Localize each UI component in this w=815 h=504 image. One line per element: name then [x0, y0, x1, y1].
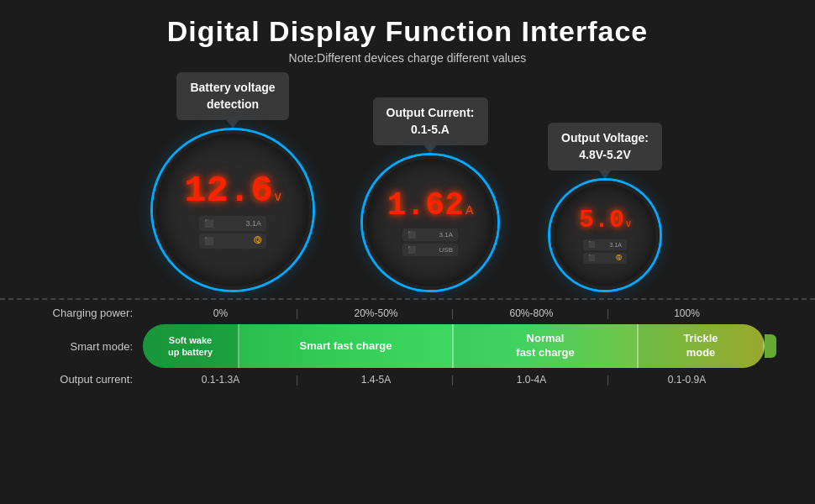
- battery-segment-3: Tricklemode: [639, 324, 765, 368]
- gauge-circle-1: 12.6v⬛3.1A⬛Ⓠ: [153, 130, 313, 290]
- current-marker-2: 1.0-4A: [454, 374, 609, 386]
- header: Digital Display Function Interface Note:…: [167, 15, 648, 65]
- current-marker-3: 0.1-0.9A: [609, 374, 765, 386]
- current-marker-0: 0.1-1.3A: [143, 374, 298, 386]
- percent-marker-3: 100%: [609, 307, 765, 319]
- gauge-circle-3: 5.0v⬛3.1A⬛Ⓠ: [550, 181, 660, 290]
- battery-segment-0: Soft wakeup battery: [143, 324, 239, 368]
- percent-marker-0: 0%: [143, 307, 298, 319]
- usb-port-2-2: ⬛USB: [402, 244, 458, 256]
- battery-tip: [765, 334, 776, 358]
- led-unit-2: A: [465, 203, 473, 217]
- usb-port-1-3: ⬛3.1A: [583, 239, 627, 250]
- percent-markers-container: 0%20%-50%60%-80%100%: [143, 307, 765, 319]
- callout-box-1: Battery voltagedetection: [176, 72, 288, 120]
- battery-bar-container: Soft wakeup batterySmart fast chargeNorm…: [143, 323, 765, 370]
- gauge-circle-2: 1.62A⬛3.1A⬛USB: [363, 155, 497, 290]
- battery-segment-1: Smart fast charge: [239, 324, 454, 368]
- subtitle: Note:Different devices charge different …: [167, 51, 648, 65]
- dashed-separator: [0, 298, 815, 300]
- smart-mode-row: Smart mode: Soft wakeup batterySmart fas…: [50, 323, 765, 370]
- led-value-1: 12.6: [184, 172, 273, 209]
- usb-port-2-3: ⬛Ⓠ: [583, 253, 627, 264]
- led-value-2: 1.62: [387, 190, 464, 222]
- output-current-row: Output current: 0.1-1.3A1.4-5A1.0-4A0.1-…: [50, 373, 765, 386]
- usb-port-1-1: ⬛3.1A: [199, 216, 266, 231]
- usb-port-2-1: ⬛Ⓠ: [199, 234, 266, 249]
- page-wrapper: Digital Display Function Interface Note:…: [0, 0, 815, 504]
- charging-power-row: Charging power: 0%20%-50%60%-80%100%: [50, 307, 765, 319]
- battery-segment-2: Normalfast charge: [454, 324, 639, 368]
- gauge-wrapper-2: Output Current:0.1-5.A1.62A⬛3.1A⬛USB: [363, 97, 497, 290]
- led-value-3: 5.0: [579, 207, 624, 233]
- main-title: Digital Display Function Interface: [167, 15, 648, 48]
- battery-section: Charging power: 0%20%-50%60%-80%100% Sma…: [0, 307, 815, 389]
- current-markers-container: 0.1-1.3A1.4-5A1.0-4A0.1-0.9A: [143, 374, 765, 386]
- output-current-label: Output current:: [50, 373, 143, 386]
- gauges-area: Battery voltagedetection12.6v⬛3.1A⬛ⓆOutp…: [0, 72, 815, 290]
- usb-port-1-2: ⬛3.1A: [402, 228, 458, 241]
- percent-marker-2: 60%-80%: [454, 307, 609, 319]
- current-marker-1: 1.4-5A: [298, 374, 454, 386]
- percent-marker-1: 20%-50%: [298, 307, 454, 319]
- callout-box-3: Output Voltage:4.8V-5.2V: [548, 123, 662, 171]
- led-unit-3: v: [626, 218, 631, 229]
- callout-box-2: Output Current:0.1-5.A: [373, 97, 488, 145]
- battery-bar: Soft wakeup batterySmart fast chargeNorm…: [143, 324, 765, 368]
- gauge-wrapper-3: Output Voltage:4.8V-5.2V5.0v⬛3.1A⬛Ⓠ: [548, 123, 662, 290]
- led-unit-1: v: [275, 189, 281, 204]
- smart-mode-label: Smart mode:: [50, 340, 143, 353]
- gauge-wrapper-1: Battery voltagedetection12.6v⬛3.1A⬛Ⓠ: [153, 72, 313, 290]
- battery-bar-area: Soft wakeup batterySmart fast chargeNorm…: [143, 323, 765, 370]
- charging-power-label: Charging power:: [50, 307, 143, 319]
